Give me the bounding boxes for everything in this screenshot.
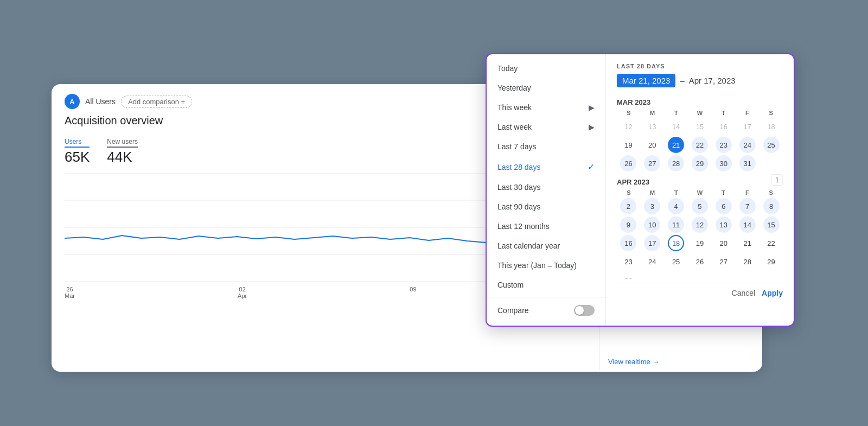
day-header-t: T: [664, 188, 688, 197]
menu-item-last-12-months[interactable]: Last 12 months: [487, 217, 605, 236]
cal-cell[interactable]: 16: [620, 235, 636, 251]
menu-item-last-calendar-year[interactable]: Last calendar year: [487, 236, 605, 256]
cal-cell[interactable]: 19: [692, 235, 708, 251]
cal-cell[interactable]: 23: [716, 137, 732, 153]
cal-cell[interactable]: 7: [739, 198, 756, 214]
cal-cell[interactable]: 29: [763, 253, 780, 270]
cal-cell[interactable]: 2: [620, 198, 636, 214]
menu-item-last-7-days[interactable]: Last 7 days: [487, 137, 605, 156]
menu-item-custom[interactable]: Custom: [487, 275, 605, 295]
apr-week-3: 23 24 25 26 27 28 29: [617, 253, 783, 270]
mar-week-0: 12 13 14 15 16 17 18: [617, 118, 783, 135]
menu-item-last-week[interactable]: Last week ▶: [487, 117, 605, 137]
cal-cell[interactable]: 27: [644, 155, 660, 171]
cal-cell[interactable]: 18: [763, 118, 780, 135]
cal-cell-today[interactable]: 18: [668, 235, 684, 251]
calendar-panel: LAST 28 DAYS Mar 21, 2023 – Apr 17, 2023…: [606, 54, 794, 326]
cal-cell[interactable]: 3: [644, 198, 660, 214]
end-date-display: Apr 17, 2023: [689, 76, 736, 85]
cal-cell[interactable]: 17: [739, 118, 756, 135]
menu-item-today[interactable]: Today: [487, 59, 605, 78]
cal-cell[interactable]: 31: [739, 155, 756, 171]
cal-cell[interactable]: 10: [644, 217, 660, 233]
add-comparison-button[interactable]: Add comparison +: [121, 96, 192, 108]
cal-cell[interactable]: 11: [668, 217, 684, 233]
cal-cell[interactable]: 14: [668, 118, 684, 135]
cal-cell[interactable]: 4: [668, 198, 684, 214]
cal-day-headers-apr: S M T W T F S: [617, 188, 783, 197]
cal-cell[interactable]: 30: [620, 272, 636, 278]
cal-cell[interactable]: 28: [668, 155, 684, 171]
apr-week-2: 16 17 18 19 20 21 22: [617, 235, 783, 251]
apr-week-0: 2 3 4 5 6 7 8: [617, 198, 783, 214]
cal-cell[interactable]: 12: [620, 118, 636, 135]
cal-cell[interactable]: 25: [668, 253, 684, 270]
compare-toggle[interactable]: [574, 305, 595, 316]
menu-item-last-90-days[interactable]: Last 90 days: [487, 197, 605, 217]
menu-item-this-week[interactable]: This week ▶: [487, 98, 605, 117]
day-header-s2: S: [759, 109, 783, 117]
cal-cell[interactable]: 9: [620, 217, 636, 233]
chevron-right-icon: ▶: [589, 123, 595, 131]
menu-item-last-30-days[interactable]: Last 30 days: [487, 177, 605, 197]
day-header-m: M: [641, 188, 665, 197]
cal-cell[interactable]: 26: [692, 253, 708, 270]
calendar-actions: Cancel Apply: [617, 283, 783, 297]
menu-item-this-year[interactable]: This year (Jan – Today): [487, 256, 605, 275]
cal-cell[interactable]: 22: [692, 137, 708, 153]
start-date-input[interactable]: Mar 21, 2023: [617, 74, 675, 87]
view-realtime-link[interactable]: View realtime →: [608, 358, 659, 366]
apr-scroll-btn: 1: [771, 174, 783, 186]
cal-cell[interactable]: 19: [620, 137, 636, 153]
day-header-t2: T: [712, 188, 736, 197]
apply-button[interactable]: Apply: [762, 289, 783, 297]
date-picker-panel: Today Yesterday This week ▶ Last week ▶ …: [486, 53, 795, 327]
mar-week-2: 26 27 28 29 30 31: [617, 155, 783, 171]
menu-separator: [487, 297, 605, 297]
cal-cell[interactable]: 25: [763, 137, 780, 153]
cal-cell[interactable]: 28: [739, 253, 756, 270]
cal-cell[interactable]: 20: [716, 235, 732, 251]
cal-cell[interactable]: 12: [692, 217, 708, 233]
menu-item-last-28-days[interactable]: Last 28 days ✓: [487, 156, 605, 177]
cal-cell-selected-start[interactable]: 21: [668, 137, 684, 153]
cal-cell[interactable]: 23: [620, 253, 636, 270]
cal-cell[interactable]: 24: [644, 253, 660, 270]
cal-cell[interactable]: 15: [763, 217, 780, 233]
cal-cell[interactable]: 27: [716, 253, 732, 270]
menu-item-this-week-label: This week: [497, 103, 532, 112]
calendar-scroll[interactable]: MAR 2023 S M T W T F S 12 13 14 15 16 17…: [617, 94, 783, 278]
cal-cell[interactable]: 21: [739, 235, 756, 251]
cal-cell[interactable]: 15: [692, 118, 708, 135]
cal-cell[interactable]: 24: [739, 137, 756, 153]
chart-x-label: 09: [410, 286, 416, 299]
compare-row: Compare: [487, 300, 605, 321]
menu-item-today-label: Today: [497, 64, 518, 73]
cal-cell[interactable]: 26: [620, 155, 636, 171]
cal-cell[interactable]: 17: [644, 235, 660, 251]
apr-month-header: APR 2023 1: [617, 174, 783, 188]
cal-cell[interactable]: 22: [763, 235, 780, 251]
cal-cell[interactable]: 5: [692, 198, 708, 214]
new-users-value: 44K: [107, 149, 138, 166]
cal-cell-empty: [644, 272, 660, 278]
toggle-knob: [575, 306, 584, 315]
menu-item-last-90-days-label: Last 90 days: [497, 202, 540, 211]
cal-cell[interactable]: 16: [716, 118, 732, 135]
cancel-button[interactable]: Cancel: [732, 289, 756, 297]
date-menu-list: Today Yesterday This week ▶ Last week ▶ …: [487, 54, 606, 326]
cal-cell[interactable]: 13: [716, 217, 732, 233]
chart-x-label: 26Mar: [65, 286, 75, 299]
menu-item-yesterday[interactable]: Yesterday: [487, 78, 605, 98]
cal-cell[interactable]: 29: [692, 155, 708, 171]
cal-cell[interactable]: 30: [716, 155, 732, 171]
cal-cell[interactable]: 6: [716, 198, 732, 214]
cal-cell[interactable]: 14: [739, 217, 756, 233]
scroll-up-button[interactable]: 1: [771, 174, 783, 186]
day-header-t: T: [664, 109, 688, 117]
menu-item-last-30-days-label: Last 30 days: [497, 183, 540, 192]
cal-cell[interactable]: 13: [644, 118, 660, 135]
cal-cell[interactable]: 8: [763, 198, 780, 214]
checkmark-icon: ✓: [588, 162, 595, 172]
cal-cell[interactable]: 20: [644, 137, 660, 153]
